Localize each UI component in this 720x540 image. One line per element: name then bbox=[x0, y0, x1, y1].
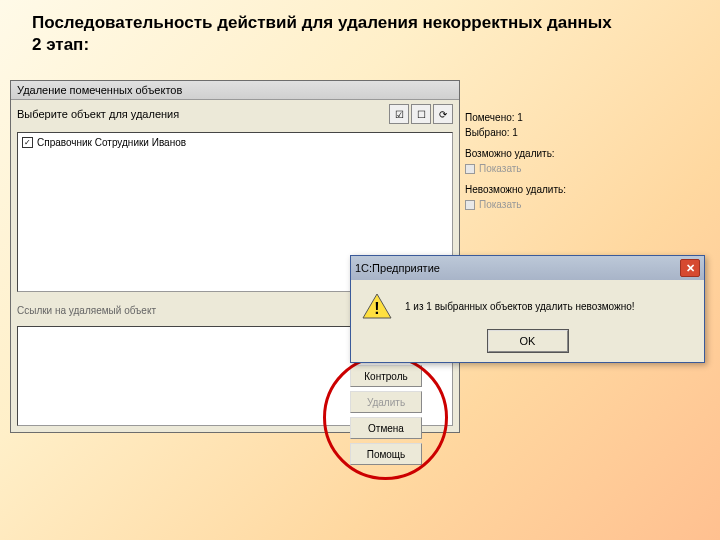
close-icon[interactable]: ✕ bbox=[680, 259, 700, 277]
list-item[interactable]: ✓ Справочник Сотрудники Иванов bbox=[22, 137, 448, 148]
control-button[interactable]: Контроль bbox=[350, 365, 422, 387]
svg-text:!: ! bbox=[374, 300, 379, 317]
show-label-2: Показать bbox=[479, 199, 522, 210]
dialog-title: 1С:Предприятие bbox=[355, 262, 440, 274]
window-title: Удаление помеченных объектов bbox=[17, 84, 182, 96]
cant-delete-label: Невозможно удалить: bbox=[465, 182, 605, 197]
references-label: Ссылки на удаляемый объект bbox=[17, 305, 156, 316]
toolbar-uncheck-all-icon[interactable]: ☐ bbox=[411, 104, 431, 124]
toolbar-check-all-icon[interactable]: ☑ bbox=[389, 104, 409, 124]
marked-count: Помечено: 1 bbox=[465, 110, 605, 125]
checkbox-icon[interactable]: ✓ bbox=[22, 137, 33, 148]
dialog-titlebar: 1С:Предприятие ✕ bbox=[351, 256, 704, 280]
warning-icon: ! bbox=[361, 292, 393, 320]
list-item-label: Справочник Сотрудники Иванов bbox=[37, 137, 186, 148]
side-info-panel: Помечено: 1 Выбрано: 1 Возможно удалить:… bbox=[465, 110, 605, 218]
ok-button[interactable]: OK bbox=[488, 330, 568, 352]
show-checkbox-1 bbox=[465, 164, 475, 174]
heading-line-1: Последовательность действий для удаления… bbox=[32, 12, 672, 34]
alert-dialog: 1С:Предприятие ✕ ! 1 из 1 выбранных объе… bbox=[350, 255, 705, 363]
show-checkbox-2 bbox=[465, 200, 475, 210]
dialog-message: 1 из 1 выбранных объектов удалить невозм… bbox=[405, 301, 694, 312]
page-heading: Последовательность действий для удаления… bbox=[32, 12, 672, 56]
toolbar-refresh-icon[interactable]: ⟳ bbox=[433, 104, 453, 124]
selected-count: Выбрано: 1 bbox=[465, 125, 605, 140]
cancel-button[interactable]: Отмена bbox=[350, 417, 422, 439]
select-toolbar: Выберите объект для удаления ☑ ☐ ⟳ bbox=[11, 100, 459, 128]
show-label-1: Показать bbox=[479, 163, 522, 174]
select-label: Выберите объект для удаления bbox=[17, 108, 179, 120]
action-buttons: Контроль Удалить Отмена Помощь bbox=[350, 365, 422, 465]
delete-button[interactable]: Удалить bbox=[350, 391, 422, 413]
can-delete-label: Возможно удалить: bbox=[465, 146, 605, 161]
help-button[interactable]: Помощь bbox=[350, 443, 422, 465]
heading-line-2: 2 этап: bbox=[32, 34, 672, 56]
window-titlebar: Удаление помеченных объектов bbox=[11, 81, 459, 100]
